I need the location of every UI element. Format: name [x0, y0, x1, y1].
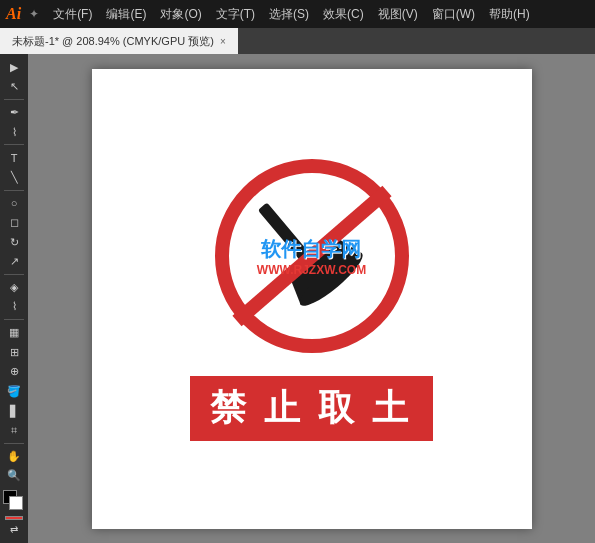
- live-paint-tool[interactable]: 🪣: [2, 382, 26, 401]
- swap-colors-icon[interactable]: ⇄: [10, 524, 18, 535]
- menu-item-帮助h[interactable]: 帮助(H): [483, 4, 536, 25]
- add-anchor-tool[interactable]: ⌇: [2, 123, 26, 142]
- direct-select-tool[interactable]: ↖: [2, 78, 26, 97]
- stroke-color-swatch[interactable]: [9, 496, 23, 510]
- active-tab[interactable]: 未标题-1* @ 208.94% (CMYK/GPU 预览) ×: [0, 28, 238, 54]
- menu-item-选择s[interactable]: 选择(S): [263, 4, 315, 25]
- chart-tool[interactable]: ▋: [2, 402, 26, 421]
- prohibition-sign: 软件自学网 WWW.RJZXW.COM: [212, 156, 412, 356]
- sign-svg: [212, 156, 412, 356]
- app-logo: Ai: [6, 5, 21, 23]
- menu-item-对象o[interactable]: 对象(O): [154, 4, 207, 25]
- tool-separator: [4, 190, 24, 191]
- slice-tool[interactable]: ⌗: [2, 421, 26, 440]
- type-tool[interactable]: T: [2, 148, 26, 167]
- star-icon: ✦: [29, 7, 39, 21]
- gradient-tool[interactable]: ▦: [2, 323, 26, 342]
- mesh-tool[interactable]: ⊞: [2, 343, 26, 362]
- ellipse-tool[interactable]: ○: [2, 194, 26, 213]
- hand-tool[interactable]: ✋: [2, 447, 26, 466]
- line-tool[interactable]: ╲: [2, 168, 26, 187]
- sign-label: 禁 止 取 土: [190, 376, 432, 441]
- canvas: 软件自学网 WWW.RJZXW.COM 禁 止 取 土: [92, 69, 532, 529]
- menu-item-文字t[interactable]: 文字(T): [210, 4, 261, 25]
- tool-separator: [4, 99, 24, 100]
- menu-item-窗口w[interactable]: 窗口(W): [426, 4, 481, 25]
- eraser-tool[interactable]: ◻: [2, 213, 26, 232]
- tool-separator: [4, 443, 24, 444]
- pen-tool[interactable]: ✒: [2, 103, 26, 122]
- menu-item-效果c[interactable]: 效果(C): [317, 4, 370, 25]
- scale-tool[interactable]: ↗: [2, 252, 26, 271]
- blend-tool[interactable]: ◈: [2, 278, 26, 297]
- tab-label: 未标题-1* @ 208.94% (CMYK/GPU 预览): [12, 34, 214, 49]
- zoom-tool[interactable]: 🔍: [2, 467, 26, 486]
- select-tool[interactable]: ▶: [2, 58, 26, 77]
- rotate-tool[interactable]: ↻: [2, 233, 26, 252]
- canvas-area: 软件自学网 WWW.RJZXW.COM 禁 止 取 土: [28, 54, 595, 543]
- tool-separator: [4, 144, 24, 145]
- menu-bar: 文件(F)编辑(E)对象(O)文字(T)选择(S)效果(C)视图(V)窗口(W)…: [47, 4, 589, 25]
- bottom-tools: ⇄: [3, 486, 25, 539]
- menu-item-视图v[interactable]: 视图(V): [372, 4, 424, 25]
- title-bar: Ai ✦ 文件(F)编辑(E)对象(O)文字(T)选择(S)效果(C)视图(V)…: [0, 0, 595, 28]
- left-toolbar: ▶↖✒⌇T╲○◻↻↗◈⌇▦⊞⊕🪣▋⌗✋🔍 ⇄: [0, 54, 28, 543]
- tool-separator: [4, 274, 24, 275]
- menu-item-文件f[interactable]: 文件(F): [47, 4, 98, 25]
- eyedropper-tool[interactable]: ⌇: [2, 298, 26, 317]
- color-indicator: [5, 516, 23, 520]
- menu-item-编辑e[interactable]: 编辑(E): [100, 4, 152, 25]
- shape-builder-tool[interactable]: ⊕: [2, 362, 26, 381]
- tool-separator: [4, 319, 24, 320]
- main-area: ▶↖✒⌇T╲○◻↻↗◈⌇▦⊞⊕🪣▋⌗✋🔍 ⇄: [0, 54, 595, 543]
- tab-bar: 未标题-1* @ 208.94% (CMYK/GPU 预览) ×: [0, 28, 595, 54]
- tab-close-button[interactable]: ×: [220, 36, 226, 47]
